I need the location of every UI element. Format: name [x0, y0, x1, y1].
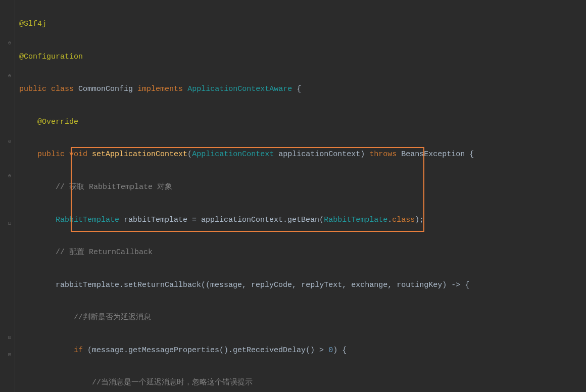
fold-icon[interactable]: ⊖ [8, 71, 13, 76]
keyword: class [392, 216, 415, 224]
annotation: @Slf4j [19, 20, 46, 28]
keyword: implements [137, 85, 183, 93]
comment: // 获取 RabbitTemplate 对象 [56, 183, 172, 191]
fold-icon[interactable]: ⊟ [8, 350, 13, 355]
brace: { [465, 150, 474, 159]
keyword: void [69, 150, 87, 159]
annotation: @Configuration [19, 53, 83, 61]
gutter: ⊖ ⊖ ⊖ ⊖ ⊟ ⊟ ⊟ [0, 0, 15, 392]
lambda-arrow: ) -> { [442, 281, 469, 289]
fold-icon[interactable]: ⊖ [8, 38, 13, 43]
keyword: if [74, 346, 83, 355]
param: replyText [301, 281, 342, 289]
code-text: ); [415, 216, 424, 224]
code-text: rabbitTemplate.setReturnCallback((messag… [56, 281, 242, 289]
comment: //判断是否为延迟消息 [74, 313, 151, 322]
annotation: @Override [37, 118, 78, 126]
param: exchange [351, 281, 387, 289]
exception-type: BeansException [401, 150, 465, 159]
keyword: throws [369, 150, 397, 159]
param: routingKey [397, 281, 442, 289]
comment: //当消息是一个延迟消息时，忽略这个错误提示 [92, 378, 253, 387]
param-name: applicationContext [274, 150, 360, 159]
code-editor[interactable]: ⊖ ⊖ ⊖ ⊖ ⊟ ⊟ ⊟ @Slf4j @Configuration publ… [0, 0, 586, 392]
brace: { [292, 85, 301, 93]
param-type: ApplicationContext [192, 150, 274, 159]
class-name: CommonConfig [78, 85, 133, 93]
fold-icon[interactable]: ⊟ [8, 218, 13, 223]
code-text: (message.getMessageProperties().getRecei… [83, 346, 328, 355]
dot: . [387, 216, 392, 224]
param: replyCode [251, 281, 292, 289]
code-text: ) { [333, 346, 347, 355]
keyword: public [19, 85, 46, 93]
type: RabbitTemplate [324, 216, 387, 224]
number-literal: 0 [328, 346, 333, 355]
comma: , [242, 281, 251, 289]
comma: , [387, 281, 397, 289]
comma: , [292, 281, 301, 289]
keyword: public [37, 150, 65, 159]
code-content[interactable]: @Slf4j @Configuration public class Commo… [15, 0, 586, 392]
type: RabbitTemplate [56, 216, 119, 224]
fold-icon[interactable]: ⊖ [8, 171, 13, 176]
fold-icon[interactable]: ⊟ [8, 332, 13, 337]
code-text: rabbitTemplate = applicationContext.getB… [119, 216, 324, 224]
comment: // 配置 ReturnCallback [56, 248, 153, 257]
method-name: setApplicationContext [92, 150, 187, 159]
comma: , [342, 281, 351, 289]
fold-icon[interactable]: ⊖ [8, 136, 13, 141]
keyword: class [51, 85, 74, 93]
interface-name: ApplicationContextAware [187, 85, 292, 93]
